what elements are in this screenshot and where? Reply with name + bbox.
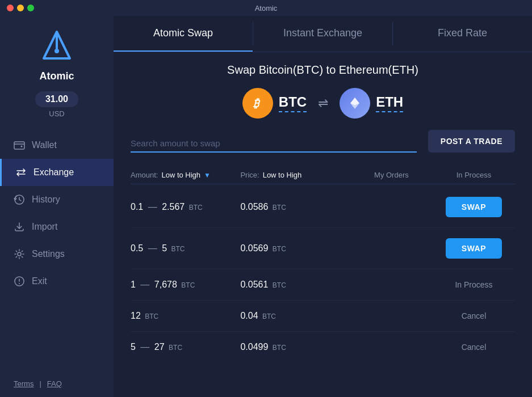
amount-sort-arrow: ▼	[204, 171, 211, 179]
order-action-0: SWAP	[433, 197, 515, 217]
order-amount-3: 12 BTC	[131, 311, 240, 321]
import-label: Import	[32, 222, 57, 232]
table-row: 5 — 27 BTC 0.0499 BTC Cancel	[131, 332, 515, 362]
swap-direction-icon[interactable]: ⇌	[318, 96, 328, 111]
settings-label: Settings	[32, 249, 65, 259]
to-coin-name: ETH	[376, 94, 403, 112]
wallet-label: Wallet	[32, 140, 57, 150]
orders-table: Amount: Low to High ▼ Price: Low to High…	[131, 166, 515, 362]
col-price-header[interactable]: Price: Low to High	[240, 171, 350, 179]
exchange-area: Swap Bitcoin(BTC) to Ethereum(ETH) ₿ BTC…	[114, 52, 532, 397]
post-trade-button[interactable]: POST A TRADE	[428, 130, 515, 153]
order-price-3: 0.04 BTC	[240, 311, 350, 321]
order-price-0: 0.0586 BTC	[240, 202, 350, 212]
swap-button-0[interactable]: SWAP	[446, 197, 502, 217]
search-input[interactable]	[131, 135, 417, 153]
balance-amount: 31.00	[35, 91, 78, 107]
in-process-label-2: In Process	[455, 280, 492, 289]
swap-button-1[interactable]: SWAP	[446, 238, 502, 259]
svg-text:₿: ₿	[253, 97, 261, 109]
app-body: Atomic 31.00 USD Wallet	[0, 16, 532, 397]
wallet-icon	[14, 140, 25, 151]
nav-menu: Wallet Exchange	[0, 132, 114, 295]
eth-icon	[340, 88, 370, 119]
exit-icon	[14, 276, 25, 287]
history-icon	[14, 194, 25, 205]
history-label: History	[32, 195, 60, 205]
order-action-3: Cancel	[433, 311, 515, 321]
order-amount-1: 0.5 — 5 BTC	[131, 243, 240, 254]
sidebar-item-wallet[interactable]: Wallet	[0, 132, 114, 159]
terms-link[interactable]: Terms	[14, 379, 33, 388]
sidebar-item-exit[interactable]: Exit	[0, 268, 114, 295]
close-button[interactable]	[7, 5, 14, 11]
sidebar-item-exchange[interactable]: Exchange	[0, 159, 114, 186]
sidebar: Atomic 31.00 USD Wallet	[0, 16, 114, 397]
maximize-button[interactable]	[27, 5, 34, 11]
sidebar-item-history[interactable]: History	[0, 186, 114, 213]
logo-container: Atomic	[37, 27, 77, 82]
tab-atomic-swap[interactable]: Atomic Swap	[114, 16, 253, 52]
app-logo	[37, 27, 77, 67]
exchange-icon	[15, 167, 27, 178]
col-myorders-header: My Orders	[350, 171, 433, 179]
exit-label: Exit	[32, 276, 47, 286]
sidebar-item-import[interactable]: Import	[0, 213, 114, 240]
btc-icon: ₿	[242, 88, 273, 119]
order-price-2: 0.0561 BTC	[240, 280, 350, 290]
orders-header: Amount: Low to High ▼ Price: Low to High…	[131, 166, 515, 184]
order-price-1: 0.0569 BTC	[240, 243, 350, 254]
cancel-button-3[interactable]: Cancel	[462, 311, 487, 320]
order-amount-4: 5 — 27 BTC	[131, 342, 240, 352]
to-coin-selector[interactable]: ETH	[340, 88, 403, 119]
exchange-label: Exchange	[33, 167, 74, 178]
order-amount-2: 1 — 7,678 BTC	[131, 280, 240, 290]
sidebar-footer: Terms | FAQ	[0, 370, 114, 397]
search-row: POST A TRADE	[131, 130, 515, 153]
table-row: 12 BTC 0.04 BTC Cancel	[131, 301, 515, 332]
order-action-2: In Process	[433, 280, 515, 290]
settings-icon	[14, 248, 25, 260]
tab-bar: Atomic Swap Instant Exchange Fixed Rate	[114, 16, 532, 52]
order-action-1: SWAP	[433, 238, 515, 259]
tab-instant-exchange[interactable]: Instant Exchange	[253, 16, 392, 52]
search-input-wrap	[131, 135, 417, 153]
col-amount-header[interactable]: Amount: Low to High ▼	[131, 171, 240, 179]
faq-link[interactable]: FAQ	[47, 379, 62, 388]
table-row: 0.5 — 5 BTC 0.0569 BTC SWAP	[131, 228, 515, 269]
sidebar-item-settings[interactable]: Settings	[0, 240, 114, 268]
swap-title: Swap Bitcoin(BTC) to Ethereum(ETH)	[131, 64, 515, 77]
pair-selector: ₿ BTC ⇌ ETH	[131, 88, 515, 119]
logo-name: Atomic	[39, 70, 74, 82]
svg-point-5	[21, 146, 23, 147]
app-title: Atomic	[255, 4, 278, 12]
order-price-4: 0.0499 BTC	[240, 342, 350, 352]
from-coin-selector[interactable]: ₿ BTC	[242, 88, 307, 119]
col-inprocess-header: In Process	[433, 171, 515, 179]
tab-fixed-rate[interactable]: Fixed Rate	[393, 16, 532, 52]
table-row: 0.1 — 2.567 BTC 0.0586 BTC SWAP	[131, 187, 515, 228]
window-controls	[7, 5, 34, 11]
minimize-button[interactable]	[17, 5, 24, 11]
cancel-button-4[interactable]: Cancel	[462, 343, 487, 352]
svg-point-7	[18, 252, 21, 256]
footer-separator: |	[39, 379, 41, 388]
from-coin-name: BTC	[279, 94, 307, 112]
svg-rect-4	[14, 142, 24, 149]
order-action-4: Cancel	[433, 342, 515, 352]
svg-point-3	[55, 49, 59, 53]
import-icon	[14, 221, 25, 233]
titlebar: Atomic	[0, 0, 532, 16]
main-content: Atomic Swap Instant Exchange Fixed Rate …	[114, 16, 532, 397]
order-amount-0: 0.1 — 2.567 BTC	[131, 202, 240, 212]
balance-currency: USD	[49, 109, 64, 118]
svg-point-9	[19, 283, 20, 284]
table-row: 1 — 7,678 BTC 0.0561 BTC In Process	[131, 269, 515, 301]
